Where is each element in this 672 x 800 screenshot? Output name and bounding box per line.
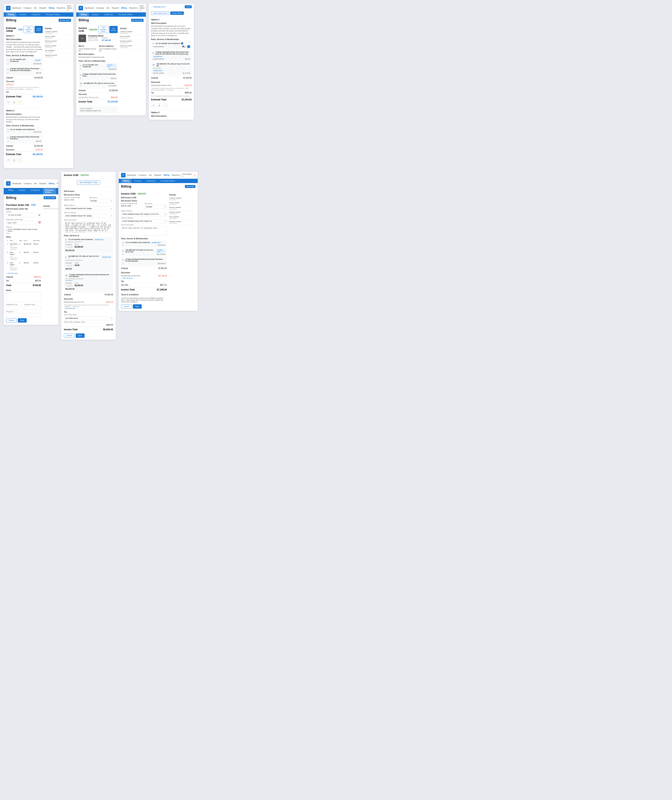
- send-badge[interactable]: Send: [185, 5, 192, 8]
- add-previous-detail-btn[interactable]: Add Previous Items: [151, 11, 169, 15]
- full-net-terms-select[interactable]: 30 Days ▾: [145, 205, 167, 209]
- tab-invoices-1[interactable]: Invoices: [17, 13, 29, 17]
- new-draft-btn-2[interactable]: ▶ New Draft: [131, 19, 144, 22]
- search-icon-6[interactable]: 🔍: [178, 174, 181, 176]
- invoice-cancel-btn[interactable]: Cancel: [64, 333, 75, 338]
- nav-info[interactable]: Info: [34, 7, 37, 9]
- po-save-btn[interactable]: Save: [18, 318, 27, 323]
- star-icon-1[interactable]: ★: [18, 100, 22, 105]
- delete-icon-2[interactable]: 🗑: [12, 158, 16, 162]
- nav-reports[interactable]: Reports: [57, 7, 63, 9]
- qty-minus-10[interactable]: -: [66, 285, 68, 287]
- nav-company-2[interactable]: Company: [96, 7, 104, 9]
- view-more-link[interactable]: View More: [66, 280, 112, 282]
- add-invoice-btn-2[interactable]: Add Invoice: [109, 26, 118, 33]
- user-menu-6[interactable]: User Name ▾: [182, 173, 193, 177]
- po-project-id-input[interactable]: [6, 313, 41, 317]
- po-cost-input[interactable]: [6, 306, 23, 310]
- create-option-btn-1[interactable]: Create Option: [35, 26, 43, 33]
- create-option-detail-btn[interactable]: Create Option: [170, 11, 184, 15]
- qty-plus-10[interactable]: +: [70, 285, 73, 287]
- edit-icon-1[interactable]: ✏: [6, 100, 11, 105]
- tab-purchase-orders-6[interactable]: Purchase Orders: [158, 179, 178, 183]
- back-button[interactable]: ← Estimate #117: [151, 6, 166, 8]
- add-item-btn[interactable]: + Add New Item: [6, 272, 41, 275]
- nav-billing-2[interactable]: Billing: [121, 7, 127, 9]
- tab-purchase-orders-1[interactable]: Purchase Orders: [43, 13, 62, 17]
- po-payment-input[interactable]: [24, 306, 41, 310]
- full-save-btn[interactable]: Save: [133, 304, 142, 309]
- nav-billing[interactable]: Billing: [49, 7, 54, 9]
- qty-plus-1[interactable]: +: [70, 246, 73, 248]
- nav-company-6[interactable]: Company: [139, 174, 147, 176]
- full-service-select[interactable]: 21615 Soledad Canyon Rd, Canyon 21... ▾: [121, 219, 167, 223]
- add-discount-link[interactable]: + Add Discount: [64, 307, 113, 309]
- full-add-discount-link[interactable]: + Add Discount: [121, 277, 167, 279]
- add-payment-btn[interactable]: ADD PAYMENT ITEM: [77, 181, 100, 185]
- work-desc-input-p5[interactable]: Brief description of proposed work to be…: [64, 221, 113, 232]
- nav-dispatch-4[interactable]: Dispatch: [39, 182, 46, 185]
- tab-billing-1[interactable]: Billing: [6, 13, 16, 17]
- taxable-detail-10[interactable]: Taxable Item: [153, 70, 163, 72]
- detail-edit-icon[interactable]: ✏: [151, 103, 155, 108]
- tab-purchase-orders-4[interactable]: Purchase Orders: [43, 188, 56, 194]
- po-notes-input[interactable]: [6, 292, 41, 301]
- nav-reports-2[interactable]: Reports: [129, 7, 136, 9]
- nav-dashboard-2[interactable]: Dashboard: [85, 7, 94, 9]
- tab-customers-1[interactable]: Customers: [29, 13, 43, 17]
- full-cancel-btn[interactable]: Cancel: [121, 304, 132, 309]
- tab-billing-2[interactable]: Billing: [78, 13, 89, 17]
- nav-billing-4[interactable]: Billing: [49, 182, 54, 185]
- calendar-icon[interactable]: 📅: [38, 221, 41, 224]
- qty-minus-2[interactable]: -: [66, 264, 68, 267]
- star-icon-2[interactable]: ★: [18, 158, 22, 162]
- detail-star-icon[interactable]: ★: [163, 103, 168, 108]
- full-new-draft-btn[interactable]: New Draft: [185, 185, 195, 188]
- new-draft-btn-1[interactable]: ▶ New Draft: [59, 19, 71, 22]
- nav-dashboard[interactable]: Dashboard: [12, 7, 21, 9]
- arrival-date-input[interactable]: [6, 221, 37, 225]
- search-icon-2[interactable]: 🔍: [136, 7, 138, 9]
- taxable-edit-2[interactable]: Taxable Item: [101, 256, 112, 258]
- taxable-edit-1[interactable]: Taxable Item: [94, 238, 104, 241]
- edit-icon-2[interactable]: ✏: [6, 158, 11, 162]
- taxable-invoice-2-1[interactable]: Taxable Item: [106, 64, 116, 68]
- tab-invoices-2[interactable]: Invoices: [90, 13, 101, 17]
- tab-customers-6[interactable]: Customers: [144, 179, 158, 183]
- net-terms-select[interactable]: 30 Days ▾: [89, 199, 113, 203]
- tab-invoices-6[interactable]: Invoices: [132, 179, 144, 183]
- taxable-btn-1-1[interactable]: Taxable: [34, 59, 42, 61]
- search-icon[interactable]: 🔍: [63, 7, 66, 9]
- tab-billing-6[interactable]: Billing: [121, 179, 131, 183]
- nav-dashboard-4[interactable]: Dashboard: [12, 182, 21, 185]
- user-menu[interactable]: User Name ▾: [67, 5, 72, 11]
- taxable-full-1[interactable]: Taxable Item: [151, 242, 161, 243]
- nav-reports-6[interactable]: Reports: [172, 174, 178, 176]
- tab-billing-4[interactable]: Billing: [6, 188, 16, 194]
- nav-dispatch[interactable]: Dispatch: [39, 7, 46, 9]
- taxable-detail-2[interactable]: Taxable Item: [153, 56, 163, 58]
- tab-purchase-orders-2[interactable]: Purchase Orders: [116, 13, 135, 17]
- full-work-input[interactable]: Brief description of proposed work...: [121, 226, 167, 235]
- billing-addr-select[interactable]: 21615 Soledad Canyon Rd, Sangio... ▾: [64, 206, 113, 211]
- qty-minus-1[interactable]: -: [66, 246, 68, 248]
- service-addr-select[interactable]: 21615 Soledad Canyon Rd, Sangio... ▾: [64, 214, 113, 218]
- tax-profile-select[interactable]: Tax Profile Name ▾: [64, 316, 113, 320]
- nav-dispatch-6[interactable]: Dispatch: [154, 174, 162, 176]
- nav-dashboard-6[interactable]: Dashboard: [127, 174, 136, 176]
- add-previous-btn-2[interactable]: Add Previous Items: [98, 26, 108, 33]
- info-icon-detail-1[interactable]: i: [181, 42, 183, 45]
- vendor-select[interactable]: Air Flow Alt WWE: [6, 213, 41, 217]
- tab-invoices-4[interactable]: Invoices: [16, 188, 28, 194]
- nav-info-6[interactable]: Info: [149, 174, 152, 176]
- nav-dispatch-2[interactable]: Dispatch: [112, 7, 119, 9]
- invoice-save-btn[interactable]: Save: [76, 333, 85, 338]
- delete-icon-1[interactable]: 🗑: [12, 100, 16, 105]
- add-previous-btn-1[interactable]: Add Previous Items: [24, 26, 34, 33]
- nav-company-4[interactable]: Company: [24, 182, 32, 185]
- nav-company[interactable]: Company: [24, 7, 32, 9]
- full-billing-select[interactable]: 21615 Soledad Canyon Rd, Canyon 21 91 91…: [121, 212, 167, 216]
- nav-reports-4[interactable]: Reports: [57, 182, 58, 185]
- nav-billing-6[interactable]: Billing: [164, 174, 170, 176]
- po-new-draft-btn[interactable]: ▶ New Draft: [43, 196, 56, 199]
